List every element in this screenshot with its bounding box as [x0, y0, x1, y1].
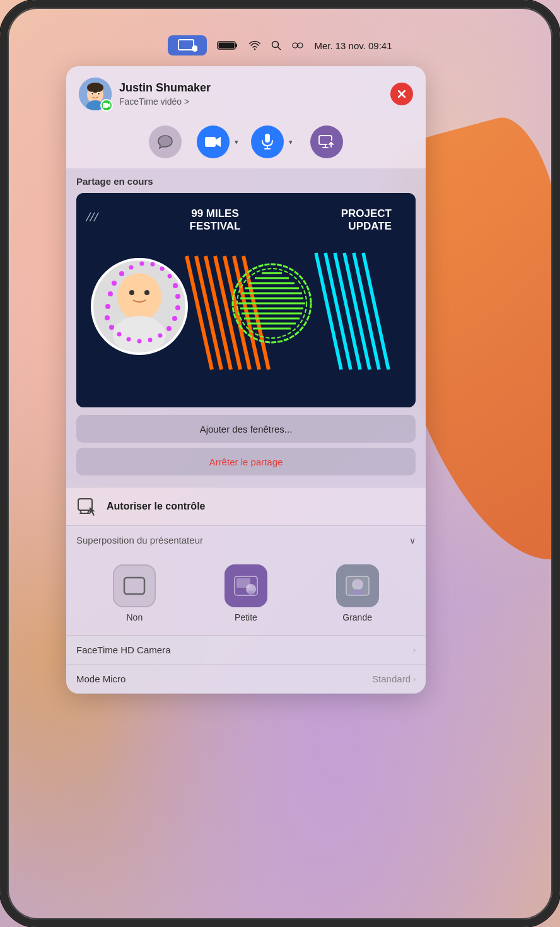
svg-rect-21 — [205, 137, 216, 147]
svg-point-47 — [173, 283, 178, 288]
control-center-icon[interactable] — [291, 40, 304, 50]
svg-point-42 — [129, 265, 134, 270]
svg-point-52 — [158, 334, 163, 338]
svg-rect-3 — [235, 44, 237, 47]
svg-rect-93 — [124, 578, 144, 594]
camera-value: › — [413, 646, 416, 655]
micro-label: Mode Micro — [76, 673, 125, 684]
svg-rect-22 — [265, 134, 270, 143]
mic-button[interactable] — [251, 125, 284, 158]
contact-row: Justin Shumaker FaceTime vidéo > — [66, 66, 426, 119]
video-chevron[interactable]: ▾ — [232, 136, 241, 149]
allow-control-row[interactable]: Autoriser le contrôle — [66, 487, 426, 525]
superposition-title: Superposition du présentateur — [76, 535, 203, 545]
mic-btn-group: ▾ — [251, 125, 295, 158]
share-screen-button[interactable] — [310, 125, 343, 158]
svg-point-12 — [87, 83, 103, 93]
facetime-badge — [100, 99, 113, 112]
svg-rect-18 — [103, 103, 108, 108]
video-btn-group: ▾ — [197, 125, 241, 158]
svg-point-55 — [127, 337, 131, 342]
svg-text:UPDATE: UPDATE — [348, 220, 392, 232]
svg-point-41 — [119, 271, 124, 276]
micro-value: Standard › — [372, 673, 416, 684]
svg-point-35 — [129, 290, 134, 295]
facetime-panel: Justin Shumaker FaceTime vidéo > — [66, 66, 426, 694]
svg-point-16 — [98, 93, 99, 94]
svg-line-6 — [278, 47, 281, 50]
svg-point-40 — [112, 281, 117, 286]
sharing-section: Partage en cours — [66, 168, 426, 487]
battery-icon — [217, 40, 238, 50]
svg-point-51 — [166, 326, 172, 331]
svg-point-56 — [117, 332, 122, 337]
superposition-section: Superposition du présentateur ∨ Non — [66, 525, 426, 635]
svg-rect-0 — [178, 40, 194, 50]
svg-text:99 MILES: 99 MILES — [191, 207, 239, 219]
overlay-option-petite[interactable]: Petite — [221, 564, 271, 622]
avatar-container — [79, 78, 112, 110]
svg-point-45 — [160, 267, 165, 271]
svg-point-38 — [105, 304, 110, 309]
svg-point-98 — [248, 591, 254, 595]
controls-row: ▾ ▾ — [66, 119, 426, 168]
contact-name: Justin Shumaker — [119, 81, 390, 95]
contact-info: Justin Shumaker FaceTime vidéo > — [119, 81, 390, 107]
sharing-label: Partage en cours — [76, 176, 416, 187]
mic-chevron[interactable]: ▾ — [286, 136, 295, 149]
svg-point-48 — [175, 294, 180, 299]
svg-point-101 — [354, 580, 360, 586]
svg-point-39 — [108, 291, 113, 296]
svg-point-50 — [172, 316, 177, 321]
settings-row-micro[interactable]: Mode Micro Standard › — [66, 665, 426, 694]
screen-share-menu-icon[interactable] — [168, 35, 207, 55]
svg-text:FESTIVAL: FESTIVAL — [190, 220, 241, 232]
svg-point-57 — [109, 325, 114, 330]
superposition-chevron: ∨ — [409, 535, 416, 545]
contact-subtitle: FaceTime vidéo > — [119, 96, 390, 107]
overlay-icon-non — [113, 564, 156, 607]
menubar: Mer. 13 nov. 09:41 — [32, 32, 528, 59]
svg-point-44 — [151, 262, 155, 267]
screen-preview: /// 99 MILES FESTIVAL PROJECT UPDATE — [76, 193, 416, 407]
svg-point-58 — [105, 315, 110, 320]
video-button[interactable] — [197, 125, 230, 158]
overlay-icon-grande — [336, 564, 379, 607]
micro-chevron: › — [413, 675, 416, 684]
message-button[interactable] — [149, 125, 182, 158]
svg-point-49 — [175, 305, 180, 310]
overlay-option-non[interactable]: Non — [109, 564, 160, 622]
svg-point-15 — [91, 93, 93, 94]
wifi-icon — [248, 40, 261, 50]
overlay-label-grande: Grande — [342, 612, 372, 622]
camera-chevron: › — [413, 646, 416, 655]
svg-point-53 — [148, 338, 153, 342]
camera-label: FaceTime HD Camera — [76, 644, 170, 655]
overlay-option-grande[interactable]: Grande — [332, 564, 383, 622]
svg-point-33 — [117, 273, 161, 321]
svg-point-43 — [140, 262, 144, 266]
overlay-label-non: Non — [126, 612, 143, 622]
svg-point-102 — [352, 589, 363, 595]
svg-point-54 — [137, 339, 142, 344]
settings-row-camera[interactable]: FaceTime HD Camera › — [66, 636, 426, 665]
svg-text:///: /// — [85, 209, 99, 224]
settings-rows: FaceTime HD Camera › Mode Micro Standard… — [66, 635, 426, 694]
svg-point-46 — [168, 274, 172, 279]
svg-text:PROJECT: PROJECT — [341, 207, 392, 219]
svg-point-97 — [248, 585, 253, 590]
allow-control-icon — [76, 495, 99, 518]
overlay-options: Non Petite — [66, 554, 426, 635]
svg-point-9 — [297, 45, 299, 47]
search-icon[interactable] — [271, 40, 281, 50]
close-button[interactable] — [390, 83, 413, 105]
menubar-time: Mer. 13 nov. 09:41 — [314, 40, 392, 51]
superposition-header[interactable]: Superposition du présentateur ∨ — [66, 525, 426, 554]
overlay-icon-petite — [225, 564, 267, 607]
stop-sharing-button[interactable]: Arrêter le partage — [76, 448, 416, 475]
overlay-label-petite: Petite — [235, 612, 257, 622]
svg-point-36 — [144, 290, 149, 295]
svg-rect-4 — [219, 43, 235, 49]
add-windows-button[interactable]: Ajouter des fenêtres... — [76, 415, 416, 443]
allow-control-label: Autoriser le contrôle — [107, 501, 205, 512]
